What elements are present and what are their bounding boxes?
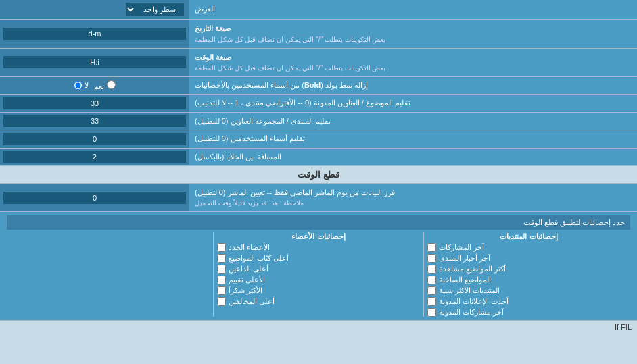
member-stats-header-item: إحصائيات الأعضاء bbox=[217, 232, 420, 241]
username-limit-label-text: تقليم أسماء المستخدمين (0 للتطبيل) bbox=[195, 134, 305, 144]
checkbox-hot-topics-input[interactable] bbox=[427, 276, 436, 284]
member-stats-col: إحصائيات الأعضاء الأعضاء الجدد أعلى كتّا… bbox=[217, 232, 420, 317]
username-limit-input-cell bbox=[0, 130, 189, 147]
display-select[interactable]: سطر واحد سطرين ثلاثة أسطر bbox=[126, 3, 184, 16]
checkbox-top-violators-label: أعلى المخالفين bbox=[229, 297, 275, 306]
username-limit-row: تقليم أسماء المستخدمين (0 للتطبيل) bbox=[0, 130, 637, 148]
topic-limit-input-cell bbox=[0, 95, 189, 111]
time-format-input[interactable] bbox=[3, 56, 186, 68]
bold-no-radio[interactable] bbox=[74, 81, 82, 90]
empty-col bbox=[7, 232, 210, 317]
cutoff-input[interactable] bbox=[3, 192, 186, 204]
checkbox-forum-news: آخر أخبار المنتدى bbox=[427, 254, 630, 263]
checkboxes-grid: إحصائيات المنتديات آخر المشاركات آخر أخب… bbox=[7, 232, 630, 317]
checkbox-top-violators: أعلى المخالفين bbox=[217, 297, 420, 306]
topic-limit-label-text: تقليم الموضوع / العناوين المدونة (0 -- ا… bbox=[195, 98, 410, 108]
cutoff-label-main: فرز البيانات من يوم الماشر الماضي فقط --… bbox=[195, 187, 395, 199]
time-format-label: صيغة الوقت بعض التكوينات يتطلب "/" التي … bbox=[189, 49, 637, 77]
checkbox-latest-posts: آخر المشاركات bbox=[427, 243, 630, 252]
checkbox-new-members: الأعضاء الجدد bbox=[217, 243, 420, 252]
bold-yes-text: نعم bbox=[94, 82, 104, 90]
time-format-title: صيغة الوقت bbox=[195, 52, 231, 63]
display-label: العرض bbox=[189, 0, 637, 19]
topic-limit-label: تقليم الموضوع / العناوين المدونة (0 -- ا… bbox=[189, 95, 637, 111]
bold-label: إزالة نمط بولد (Bold) من أسماء المستخدمي… bbox=[189, 77, 637, 94]
checkbox-top-topic-writers-label: أعلى كتّاب المواضيع bbox=[229, 254, 289, 263]
checkbox-latest-posts-label: آخر المشاركات bbox=[439, 243, 484, 252]
bold-input-cell: نعم لا bbox=[0, 77, 189, 94]
spacing-input-cell bbox=[0, 149, 189, 165]
forum-stats-header-item: إحصائيات المنتديات bbox=[427, 232, 630, 241]
checkbox-most-thanked-label: الأكثر شكراً bbox=[229, 286, 262, 295]
topic-limit-input[interactable] bbox=[3, 97, 186, 109]
member-stats-col-header: إحصائيات الأعضاء bbox=[291, 232, 345, 241]
checkbox-most-viewed-input[interactable] bbox=[427, 265, 436, 274]
checkbox-latest-announcements: أحدث الإعلانات المدونة bbox=[427, 297, 630, 306]
checkbox-latest-posts-input[interactable] bbox=[427, 243, 436, 252]
spacing-label-text: المسافة بين الخلايا (بالبكسل) bbox=[195, 152, 282, 162]
forum-limit-label-text: تقليم المنتدى / المجموعة العناوين (0 للت… bbox=[195, 116, 331, 126]
checkbox-top-rated-input[interactable] bbox=[217, 276, 226, 284]
checkbox-top-rated-label: الأعلى تقييم bbox=[229, 276, 265, 284]
checkbox-top-inviters-input[interactable] bbox=[217, 265, 226, 274]
date-format-input[interactable] bbox=[3, 28, 186, 40]
date-format-input-cell bbox=[0, 20, 189, 48]
checkbox-top-rated: الأعلى تقييم bbox=[217, 276, 420, 284]
cutoff-header-text: قطع الوقت bbox=[298, 170, 339, 180]
time-format-desc: بعض التكوينات يتطلب "/" التي يمكن ان تضا… bbox=[195, 63, 385, 73]
col-divider-2 bbox=[213, 232, 214, 317]
checkbox-top-topic-writers: أعلى كتّاب المواضيع bbox=[217, 254, 420, 263]
checkbox-most-similar-input[interactable] bbox=[427, 286, 436, 295]
forum-stats-col-header: إحصائيات المنتديات bbox=[500, 232, 557, 241]
spacing-row: المسافة بين الخلايا (بالبكسل) bbox=[0, 149, 637, 166]
bold-yes-radio[interactable] bbox=[107, 80, 116, 89]
col-divider bbox=[423, 232, 424, 317]
checkbox-hot-topics: المواضيع الساخنة bbox=[427, 276, 630, 284]
cutoff-header: قطع الوقت bbox=[0, 166, 637, 184]
date-format-label: صيغة التاريخ بعض التكوينات يتطلب "/" الت… bbox=[189, 20, 637, 48]
checkbox-latest-announcements-input[interactable] bbox=[427, 297, 436, 306]
bottom-text-bar: If FIL bbox=[0, 321, 637, 333]
checkbox-top-topic-writers-input[interactable] bbox=[217, 254, 226, 263]
topic-limit-row: تقليم الموضوع / العناوين المدونة (0 -- ا… bbox=[0, 95, 637, 112]
cutoff-row: فرز البيانات من يوم الماشر الماضي فقط --… bbox=[0, 184, 637, 213]
username-limit-label: تقليم أسماء المستخدمين (0 للتطبيل) bbox=[189, 130, 637, 147]
checkbox-most-viewed-label: أكثر المواضيع مشاهدة bbox=[439, 265, 506, 274]
bottom-text: If FIL bbox=[615, 323, 632, 331]
date-format-title: صيغة التاريخ bbox=[195, 23, 231, 34]
cutoff-input-cell bbox=[0, 184, 189, 212]
forum-limit-label: تقليم المنتدى / المجموعة العناوين (0 للت… bbox=[189, 113, 637, 130]
cutoff-label: فرز البيانات من يوم الماشر الماضي فقط --… bbox=[189, 184, 637, 212]
display-label-text: العرض bbox=[195, 4, 215, 14]
bold-no-text: لا bbox=[85, 81, 89, 90]
checkboxes-header: حدد إحصائيات لتطبيق قطع الوقت bbox=[7, 215, 630, 230]
checkbox-most-thanked: الأكثر شكراً bbox=[217, 286, 420, 295]
checkbox-new-members-input[interactable] bbox=[217, 243, 226, 252]
checkbox-most-thanked-input[interactable] bbox=[217, 286, 226, 295]
checkboxes-section: حدد إحصائيات لتطبيق قطع الوقت إحصائيات ا… bbox=[0, 212, 637, 321]
date-format-desc: بعض التكوينات يتطلب "/" التي يمكن ان تضا… bbox=[195, 34, 385, 45]
bold-row: إزالة نمط بولد (Bold) من أسماء المستخدمي… bbox=[0, 77, 637, 95]
bold-no-label: لا bbox=[74, 81, 89, 90]
checkbox-latest-blog-posts-input[interactable] bbox=[427, 308, 436, 317]
checkbox-top-violators-input[interactable] bbox=[217, 297, 226, 306]
checkbox-top-inviters: أعلى الداعين bbox=[217, 265, 420, 274]
forum-limit-row: تقليم المنتدى / المجموعة العناوين (0 للت… bbox=[0, 113, 637, 130]
checkbox-most-similar: المنتديات الأكثر شبية bbox=[427, 286, 630, 295]
cutoff-label-note: ملاحظة : هذا قد يزيد قليلاً وقت التحميل bbox=[195, 198, 304, 208]
checkbox-most-similar-label: المنتديات الأكثر شبية bbox=[439, 286, 500, 295]
time-format-input-cell bbox=[0, 49, 189, 77]
checkbox-latest-announcements-label: أحدث الإعلانات المدونة bbox=[439, 297, 509, 306]
checkbox-most-viewed: أكثر المواضيع مشاهدة bbox=[427, 265, 630, 274]
checkbox-forum-news-input[interactable] bbox=[427, 254, 436, 263]
spacing-input[interactable] bbox=[3, 151, 186, 163]
forum-limit-input[interactable] bbox=[3, 115, 186, 127]
username-limit-input[interactable] bbox=[3, 133, 186, 145]
checkbox-new-members-label: الأعضاء الجدد bbox=[229, 243, 270, 252]
bold-yes-label: نعم bbox=[94, 80, 115, 91]
checkbox-latest-blog-posts: آخر مشاركات المدونة bbox=[427, 308, 630, 317]
forum-stats-col: إحصائيات المنتديات آخر المشاركات آخر أخب… bbox=[427, 232, 630, 317]
forum-limit-input-cell bbox=[0, 113, 189, 130]
checkbox-latest-blog-posts-label: آخر مشاركات المدونة bbox=[439, 308, 504, 317]
checkbox-forum-news-label: آخر أخبار المنتدى bbox=[439, 254, 490, 263]
